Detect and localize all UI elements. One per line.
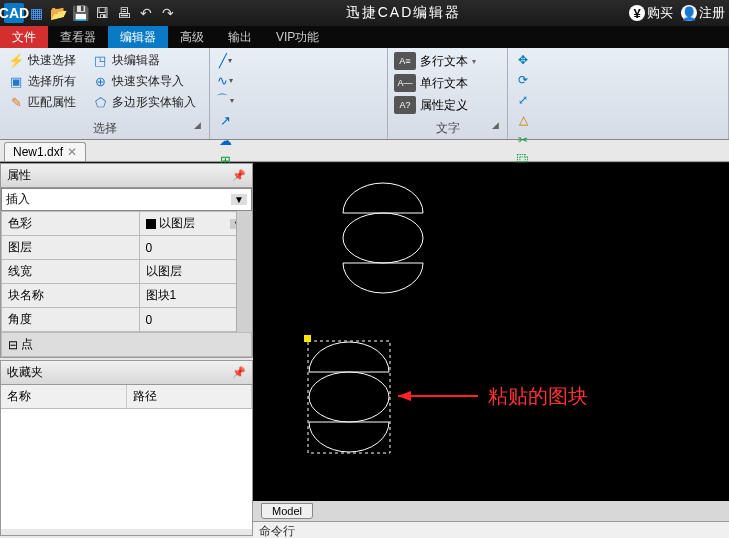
mirror-icon[interactable]: △ <box>514 111 532 129</box>
properties-header: 属性 📌 <box>1 164 252 188</box>
pin-icon[interactable]: 📌 <box>232 169 246 182</box>
singleline-text-button[interactable]: A—单行文本 <box>394 73 501 93</box>
line-icon[interactable]: ╱ <box>216 51 234 69</box>
prop-key: 块名称 <box>2 284 140 308</box>
title-right: ¥购买 👤注册 <box>629 4 725 22</box>
menu-bar: 文件 查看器 编辑器 高级 输出 VIP功能 <box>0 26 729 48</box>
select-all-icon: ▣ <box>8 74 24 90</box>
canvas-svg <box>253 163 729 523</box>
quick-select-icon: ⚡ <box>8 53 24 69</box>
block-editor-button[interactable]: ◳块编辑器 <box>90 51 162 70</box>
expand-icon[interactable]: ◢ <box>492 120 499 130</box>
ribbon-group-text: A≡多行文本▾ A—单行文本 A?属性定义 文字◢ <box>388 48 508 139</box>
ribbon-group-tools: ✥ ⟳ ⤢ △ ✂ ⿻ ⊞ ◎ ✶ ⟶ ⊂ ⌐ ⌁ ≡ ↔ ⌊ ◢ ◫ 工具◢ <box>508 48 729 139</box>
favorites-panel: 收藏夹 📌 名称 路径 <box>0 360 253 536</box>
favorites-list[interactable] <box>1 409 252 529</box>
properties-panel: 属性 📌 插入 ▼ 色彩 以图层▼ 图层0 线宽以图层 块名称图块1 角度0 ⊟… <box>0 163 253 358</box>
insert-combo[interactable]: 插入 ▼ <box>1 188 252 211</box>
move-icon[interactable]: ✥ <box>514 51 532 69</box>
saveas-icon[interactable]: 🖫 <box>92 3 112 23</box>
register-button[interactable]: 👤注册 <box>681 4 725 22</box>
prop-key: 色彩 <box>2 212 140 236</box>
polygon-icon: ⬠ <box>92 95 108 111</box>
brush-icon: ✎ <box>8 95 24 111</box>
redo-icon[interactable]: ↷ <box>158 3 178 23</box>
left-panel: 属性 📌 插入 ▼ 色彩 以图层▼ 图层0 线宽以图层 块名称图块1 角度0 ⊟… <box>0 163 253 538</box>
close-icon[interactable]: ✕ <box>67 145 77 159</box>
table-row[interactable]: 线宽以图层 <box>2 260 252 284</box>
menu-editor[interactable]: 编辑器 <box>108 26 168 48</box>
table-row[interactable]: 块名称图块1 <box>2 284 252 308</box>
menu-viewer[interactable]: 查看器 <box>48 26 108 48</box>
trim-icon[interactable]: ✂ <box>514 131 532 149</box>
select-all-button[interactable]: ▣选择所有 <box>6 72 78 91</box>
favorites-header: 收藏夹 📌 <box>1 361 252 385</box>
menu-output[interactable]: 输出 <box>216 26 264 48</box>
polyline-icon[interactable]: ∿ <box>216 71 234 89</box>
model-tab[interactable]: Model <box>261 503 313 519</box>
menu-advanced[interactable]: 高级 <box>168 26 216 48</box>
col-path[interactable]: 路径 <box>127 385 253 408</box>
combo-value: 插入 <box>6 191 30 208</box>
chevron-down-icon: ▼ <box>231 194 247 205</box>
print-icon[interactable]: 🖶 <box>114 3 134 23</box>
buy-button[interactable]: ¥购买 <box>629 4 673 22</box>
prop-key: 角度 <box>2 308 140 332</box>
properties-table: 色彩 以图层▼ 图层0 线宽以图层 块名称图块1 角度0 <box>1 211 252 332</box>
prop-val-color[interactable]: 以图层▼ <box>139 212 252 236</box>
save-icon[interactable]: 💾 <box>70 3 90 23</box>
prop-key: 线宽 <box>2 260 140 284</box>
selection-grip[interactable] <box>304 335 311 342</box>
prop-val[interactable]: 以图层 <box>139 260 252 284</box>
menu-vip[interactable]: VIP功能 <box>264 26 331 48</box>
col-name[interactable]: 名称 <box>1 385 127 408</box>
expand-icon[interactable]: ◢ <box>194 120 201 130</box>
point-section[interactable]: ⊟点 <box>1 332 252 357</box>
multiline-text-button[interactable]: A≡多行文本▾ <box>394 51 501 71</box>
group-label-text: 文字◢ <box>394 118 501 139</box>
poly-entity-input-button[interactable]: ⬠多边形实体输入 <box>90 93 198 112</box>
attr-def-button[interactable]: A?属性定义 <box>394 95 501 115</box>
table-row[interactable]: 角度0 <box>2 308 252 332</box>
app-title: 迅捷CAD编辑器 <box>178 4 629 22</box>
cloud-icon[interactable]: ☁ <box>216 131 234 149</box>
svg-marker-8 <box>398 391 411 401</box>
app-logo-icon[interactable]: CAD <box>4 3 24 23</box>
arc-icon[interactable]: ⌒ <box>216 91 234 109</box>
group-label-select: 选择◢ <box>6 118 203 139</box>
favorites-columns: 名称 路径 <box>1 385 252 409</box>
prop-val[interactable]: 0 <box>139 236 252 260</box>
rotate-icon[interactable]: ⟳ <box>514 71 532 89</box>
drawing-canvas[interactable]: 粘贴的图块 Model 命令行 <box>253 163 729 538</box>
new-icon[interactable]: ▦ <box>26 3 46 23</box>
properties-title: 属性 <box>7 167 31 184</box>
undo-icon[interactable]: ↶ <box>136 3 156 23</box>
favorites-title: 收藏夹 <box>7 364 43 381</box>
open-icon[interactable]: 📂 <box>48 3 68 23</box>
svg-rect-3 <box>308 341 390 453</box>
ribbon-group-select: ⚡快速选择 ◳块编辑器 ▣选择所有 ⊕快速实体导入 ✎匹配属性 ⬠多边形实体输入… <box>0 48 210 139</box>
menu-file[interactable]: 文件 <box>0 26 48 48</box>
quick-entity-import-button[interactable]: ⊕快速实体导入 <box>90 72 186 91</box>
quick-select-button[interactable]: ⚡快速选择 <box>6 51 78 70</box>
table-row[interactable]: 色彩 以图层▼ <box>2 212 252 236</box>
svg-point-5 <box>309 372 389 422</box>
scale-icon[interactable]: ⤢ <box>514 91 532 109</box>
ribbon: ⚡快速选择 ◳块编辑器 ▣选择所有 ⊕快速实体导入 ✎匹配属性 ⬠多边形实体输入… <box>0 48 729 140</box>
table-row[interactable]: 图层0 <box>2 236 252 260</box>
color-swatch-icon <box>146 219 156 229</box>
document-tab[interactable]: New1.dxf ✕ <box>4 142 86 161</box>
mtext-icon: A≡ <box>394 52 416 70</box>
pin-icon[interactable]: 📌 <box>232 366 246 379</box>
prop-val[interactable]: 0 <box>139 308 252 332</box>
arrow-icon[interactable]: ↗ <box>216 111 234 129</box>
match-prop-button[interactable]: ✎匹配属性 <box>6 93 78 112</box>
yen-icon: ¥ <box>629 5 645 21</box>
svg-point-1 <box>343 213 423 263</box>
prop-val[interactable]: 图块1 <box>139 284 252 308</box>
collapse-icon: ⊟ <box>8 338 18 352</box>
model-tab-bar: Model <box>253 501 729 521</box>
annotation-arrow <box>398 391 478 401</box>
prop-key: 图层 <box>2 236 140 260</box>
command-line[interactable]: 命令行 <box>253 521 729 538</box>
